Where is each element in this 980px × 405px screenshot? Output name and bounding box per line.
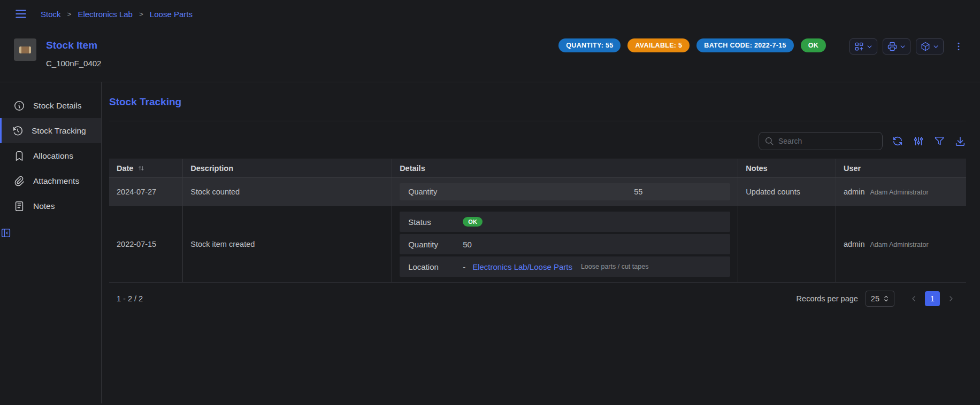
- quantity-badge: QUANTITY: 55: [558, 38, 621, 52]
- stock-actions-button[interactable]: [916, 38, 944, 54]
- sidebar-item-label: Notes: [33, 201, 55, 211]
- sidebar-collapse-button[interactable]: [0, 227, 101, 239]
- sidebar-item-allocations[interactable]: Allocations: [0, 143, 101, 168]
- page-number-button[interactable]: 1: [925, 291, 940, 306]
- sidebar-item-label: Allocations: [33, 151, 73, 161]
- cell-user: adminAdam Administrator: [836, 178, 966, 206]
- page-size-value: 25: [871, 294, 879, 303]
- table-toolbar: [109, 132, 966, 150]
- sidebar-item-stock-tracking[interactable]: Stock Tracking: [0, 118, 101, 143]
- detail-row-quantity: Quantity 50: [400, 234, 730, 254]
- component-image: [19, 46, 31, 53]
- cell-description: Stock item created: [183, 206, 392, 283]
- filter-button[interactable]: [933, 135, 945, 147]
- sidebar: Stock Details Stock Tracking Allocations…: [0, 82, 102, 403]
- page-header: Stock Item C_100nF_0402 QUANTITY: 55 AVA…: [0, 28, 980, 82]
- cell-description: Stock counted: [183, 178, 392, 206]
- user-fullname: Adam Administrator: [870, 189, 928, 196]
- info-circle-icon: [13, 100, 25, 112]
- content-area: Stock Details Stock Tracking Allocations…: [0, 82, 980, 403]
- chevron-down-icon: [932, 43, 939, 50]
- records-per-page-label: Records per page: [797, 294, 858, 303]
- cell-notes: Updated counts: [738, 178, 836, 206]
- chevron-down-icon: [899, 43, 906, 50]
- page-size-select[interactable]: 25: [866, 291, 894, 307]
- detail-key: Status: [408, 217, 463, 227]
- sort-icon: [137, 165, 145, 172]
- cell-date: 2024-07-27: [109, 178, 183, 206]
- sidebar-item-stock-details[interactable]: Stock Details: [0, 93, 101, 118]
- detail-key: Quantity: [408, 188, 634, 196]
- download-button[interactable]: [954, 135, 966, 147]
- breadcrumb-separator: >: [139, 10, 143, 18]
- sidebar-item-attachments[interactable]: Attachments: [0, 168, 101, 193]
- table-settings-button[interactable]: [913, 135, 924, 147]
- main-panel: Stock Tracking: [102, 82, 980, 403]
- bookmark-icon: [13, 150, 25, 162]
- stock-item-thumbnail[interactable]: [14, 38, 36, 61]
- pagination: 1: [906, 291, 959, 306]
- chevron-down-icon: [866, 43, 873, 50]
- username: admin: [844, 188, 865, 196]
- detail-key: Location: [408, 262, 463, 271]
- notes-icon: [13, 200, 25, 212]
- cell-notes: [738, 206, 836, 283]
- detail-row-status: Status OK: [400, 212, 730, 232]
- column-header-date[interactable]: Date: [109, 159, 183, 178]
- table-row[interactable]: 2024-07-27 Stock counted Quantity 55 Upd…: [109, 178, 966, 206]
- location-dash: -: [463, 262, 465, 271]
- sidebar-item-label: Attachments: [33, 176, 79, 186]
- title-block: Stock Item C_100nF_0402: [46, 38, 101, 68]
- stock-item-name: C_100nF_0402: [46, 59, 101, 68]
- detail-value: 55: [634, 188, 642, 196]
- page-title: Stock Item: [46, 38, 101, 52]
- detail-row-location: Location - Electronics Lab/Loose Parts L…: [400, 256, 730, 277]
- search-icon: [764, 136, 774, 146]
- location-caption: Loose parts / cut tapes: [581, 263, 648, 270]
- breadcrumb-link-electronics-lab[interactable]: Electronics Lab: [78, 10, 133, 19]
- table-footer: 1 - 2 / 2 Records per page 25 1: [109, 283, 966, 315]
- select-stepper-icon: [883, 295, 889, 302]
- hamburger-menu-icon[interactable]: [14, 7, 28, 21]
- barcode-actions-button[interactable]: [849, 38, 877, 54]
- table-row[interactable]: 2022-07-15 Stock item created Status OK …: [109, 206, 966, 283]
- status-ok-badge: OK: [801, 38, 826, 52]
- breadcrumb-separator: >: [67, 10, 72, 18]
- column-header-user: User: [836, 159, 966, 178]
- location-link[interactable]: Electronics Lab/Loose Parts: [472, 262, 572, 271]
- cell-details: Quantity 55: [392, 178, 738, 206]
- printer-icon: [887, 41, 898, 52]
- sidebar-item-notes[interactable]: Notes: [0, 193, 101, 219]
- detail-value: 50: [463, 240, 472, 249]
- search-input[interactable]: [778, 137, 877, 145]
- stock-tracking-table: Date Description Details Notes User 2024…: [109, 159, 966, 283]
- username: admin: [844, 240, 865, 248]
- table-header-row: Date Description Details Notes User: [109, 159, 966, 178]
- next-page-button[interactable]: [944, 291, 959, 306]
- print-actions-button[interactable]: [883, 38, 910, 54]
- header-actions: [849, 38, 966, 54]
- breadcrumb-link-loose-parts[interactable]: Loose Parts: [150, 10, 193, 19]
- previous-page-button[interactable]: [906, 291, 921, 306]
- available-badge: AVAILABLE: 5: [627, 38, 690, 52]
- cell-date: 2022-07-15: [109, 206, 183, 283]
- batch-code-badge: BATCH CODE: 2022-7-15: [696, 38, 793, 52]
- breadcrumb: Stock > Electronics Lab > Loose Parts: [41, 10, 193, 19]
- column-header-details: Details: [392, 159, 738, 178]
- more-options-button[interactable]: [951, 39, 966, 54]
- qrcode-icon: [854, 41, 864, 52]
- detail-key: Quantity: [408, 240, 463, 249]
- record-range: 1 - 2 / 2: [117, 294, 143, 303]
- divider: [109, 121, 966, 121]
- refresh-button[interactable]: [892, 135, 904, 147]
- sidebar-item-label: Stock Tracking: [32, 126, 86, 136]
- cell-user: adminAdam Administrator: [836, 206, 966, 283]
- breadcrumb-link-stock[interactable]: Stock: [41, 10, 61, 19]
- column-header-description: Description: [183, 159, 392, 178]
- column-header-notes: Notes: [738, 159, 836, 178]
- panel-title: Stock Tracking: [109, 96, 966, 108]
- history-icon: [12, 125, 24, 137]
- packages-icon: [920, 41, 931, 52]
- cell-details: Status OK Quantity 50 Location - Electro…: [392, 206, 738, 283]
- search-box: [759, 132, 883, 150]
